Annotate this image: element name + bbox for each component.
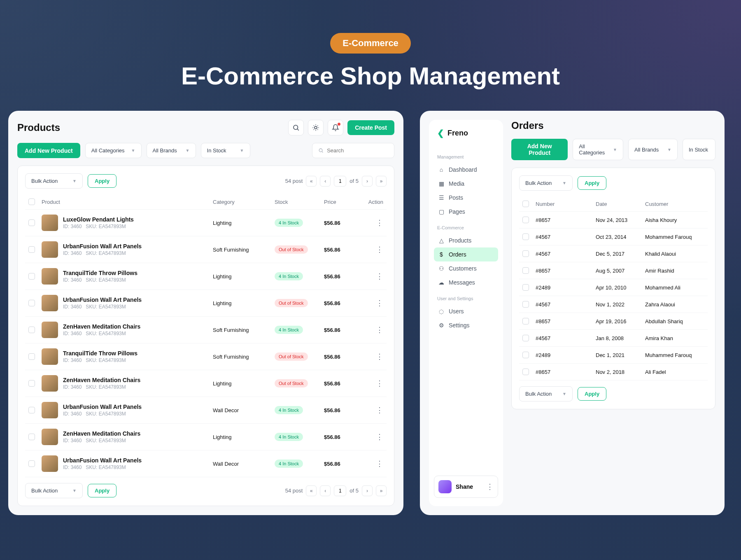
add-new-product-button-orders[interactable]: Add New Product [511,139,568,160]
row-checkbox[interactable] [28,460,35,467]
nav-users[interactable]: ◌Users [434,304,498,318]
pager-last-bottom[interactable]: » [376,485,387,496]
orders-apply-button-bottom[interactable]: Apply [578,387,606,401]
product-thumbnail [42,375,58,392]
orders-bulk-action-select[interactable]: Bulk Action▼ [519,175,573,191]
select-all-checkbox[interactable] [28,198,35,205]
pager-last[interactable]: » [376,176,387,187]
nav-orders[interactable]: $Orders [434,247,498,261]
row-checkbox[interactable] [522,267,529,274]
add-new-product-button[interactable]: Add New Product [17,143,80,158]
product-thumbnail [42,402,58,418]
pager-first[interactable]: « [306,176,317,187]
pager-of-bottom: of 5 [350,488,359,494]
product-price: $56.86 [321,236,362,263]
row-checkbox[interactable] [28,407,35,413]
product-category: Lighting [210,210,271,236]
product-category: Soft Furnishing [210,317,271,343]
page-icon: ▢ [438,208,445,215]
stock-badge: Out of Stock [275,352,308,361]
row-actions-icon[interactable]: ⋮ [376,352,383,361]
product-category: Lighting [210,290,271,317]
bulk-action-select-bottom[interactable]: Bulk Action▼ [25,483,83,498]
row-actions-icon[interactable]: ⋮ [376,245,383,254]
nav-pages[interactable]: ▢Pages [434,205,498,219]
product-meta: ID: 3460 SKU: EA547893M [63,411,142,417]
row-actions-icon[interactable]: ⋮ [376,219,383,227]
row-checkbox[interactable] [522,233,529,240]
row-checkbox[interactable] [28,380,35,387]
pager-prev-bottom[interactable]: ‹ [320,485,331,496]
row-checkbox[interactable] [522,301,529,308]
product-category: Soft Furnishing [210,236,271,263]
nav-media[interactable]: ▦Media [434,177,498,191]
row-actions-icon[interactable]: ⋮ [376,299,383,307]
row-checkbox[interactable] [522,318,529,324]
pager-first-bottom[interactable]: « [306,485,317,496]
search-input[interactable] [327,147,388,154]
row-checkbox[interactable] [28,219,35,226]
pager-next-bottom[interactable]: › [362,485,373,496]
pager-next[interactable]: › [362,176,373,187]
nav-dashboard[interactable]: ⌂Dashboard [434,163,498,177]
theme-toggle-button[interactable] [308,120,324,135]
chevron-down-icon: ▼ [72,488,77,493]
nav-messages[interactable]: ☁Messages [434,275,498,289]
row-checkbox[interactable] [28,300,35,306]
row-checkbox[interactable] [522,352,529,358]
orders-categories-filter[interactable]: All Categories▼ [573,139,623,160]
orders-brands-filter[interactable]: All Brands▼ [628,139,678,160]
sidebar: ❮ Freno Management ⌂Dashboard ▦Media ☰Po… [429,120,503,506]
nav-customers[interactable]: ⚇Customers [434,261,498,275]
orders-bulk-action-select-bottom[interactable]: Bulk Action▼ [519,386,573,401]
product-name: ZenHaven Meditation Chairs [63,430,140,437]
bulk-action-select[interactable]: Bulk Action▼ [25,173,83,189]
row-checkbox[interactable] [28,353,35,360]
brands-filter[interactable]: All Brands▼ [147,143,196,158]
pager-current[interactable] [334,176,346,187]
nav-products[interactable]: △Products [434,233,498,247]
row-actions-icon[interactable]: ⋮ [376,460,383,468]
notifications-button[interactable] [328,120,343,135]
create-post-button[interactable]: Create Post [347,120,394,135]
nav-posts[interactable]: ☰Posts [434,191,498,205]
orders-select-all[interactable] [522,201,529,207]
categories-filter[interactable]: All Categories▼ [85,143,142,158]
stock-badge: 4 In Stock [275,460,303,468]
apply-button-bottom[interactable]: Apply [88,484,117,497]
orders-stock-filter[interactable]: In Stock [683,139,715,160]
chevron-down-icon: ▼ [613,147,617,152]
table-row: #4567 Oct 23, 2014 Mohammed Farouq [519,229,708,245]
product-thumbnail [42,268,58,285]
row-checkbox[interactable] [522,369,529,375]
pager-prev[interactable]: ‹ [320,176,331,187]
row-checkbox[interactable] [28,327,35,333]
table-row: #2489 Apr 10, 2010 Mohammed Ali [519,279,708,296]
user-card[interactable]: Shane ⋮ [434,476,498,498]
orders-apply-button[interactable]: Apply [578,176,606,190]
row-checkbox[interactable] [522,284,529,291]
stock-filter[interactable]: In Stock▼ [201,143,250,158]
row-checkbox[interactable] [28,246,35,253]
row-actions-icon[interactable]: ⋮ [376,433,383,441]
row-actions-icon[interactable]: ⋮ [376,326,383,334]
row-checkbox[interactable] [28,434,35,440]
search-icon-button[interactable] [288,120,304,135]
user-icon: ◌ [438,308,445,315]
search-input-wrapper[interactable] [312,143,394,158]
row-actions-icon[interactable]: ⋮ [376,272,383,280]
stock-badge: 4 In Stock [275,326,303,334]
product-meta: ID: 3460 SKU: EA547893M [63,304,142,310]
row-checkbox[interactable] [522,335,529,341]
product-price: $56.86 [321,263,362,290]
row-checkbox[interactable] [28,273,35,280]
pager-current-bottom[interactable] [334,485,346,496]
row-checkbox[interactable] [522,250,529,257]
apply-button[interactable]: Apply [88,174,117,188]
user-menu-icon[interactable]: ⋮ [486,482,494,491]
svg-point-0 [294,125,298,130]
row-checkbox[interactable] [522,217,529,223]
nav-settings[interactable]: ⚙Settings [434,318,498,332]
row-actions-icon[interactable]: ⋮ [376,406,383,414]
row-actions-icon[interactable]: ⋮ [376,379,383,387]
